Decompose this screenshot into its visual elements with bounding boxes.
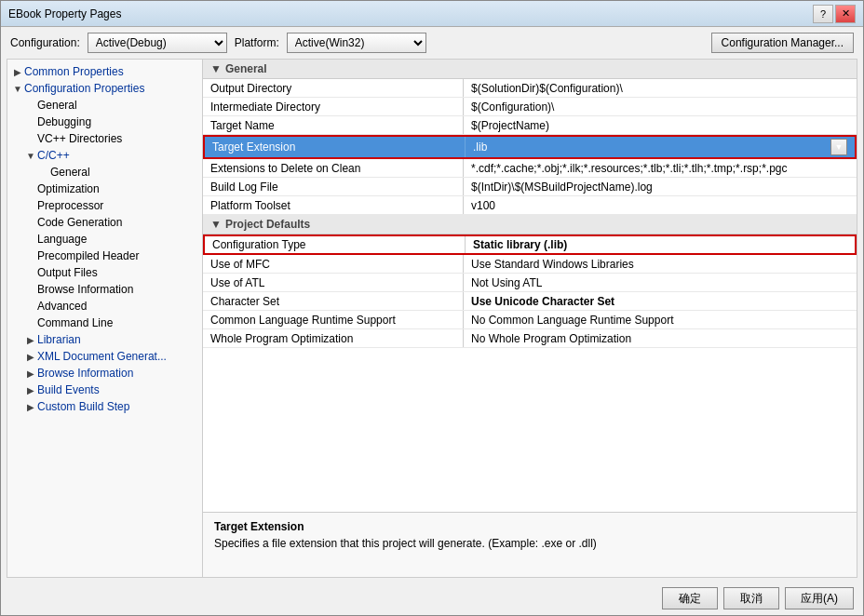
prop-row-build-log-file[interactable]: Build Log File $(IntDir)\$(MSBuildProjec… [203, 178, 857, 196]
tree-item-custom-build-step[interactable]: ▶ Custom Build Step [7, 398, 202, 415]
ok-button[interactable]: 确定 [662, 587, 718, 609]
prop-row-output-directory[interactable]: Output Directory $(SolutionDir)$(Configu… [203, 79, 857, 98]
expand-icon-xml: ▶ [24, 350, 37, 363]
tree-label-command-line: Command Line [37, 316, 113, 329]
tree-label-debugging: Debugging [37, 115, 91, 128]
close-button[interactable]: ✕ [835, 5, 856, 23]
tree-item-code-generation[interactable]: Code Generation [7, 214, 202, 231]
tree-item-browse-info-top[interactable]: ▶ Browse Information [7, 365, 202, 382]
tree-label-output-files: Output Files [37, 266, 98, 279]
tree-item-vc-directories[interactable]: VC++ Directories [7, 130, 202, 147]
description-panel: Target Extension Specifies a file extens… [203, 512, 857, 577]
prop-name-target-name: Target Name [203, 116, 464, 134]
prop-name-configuration-type: Configuration Type [205, 236, 466, 253]
prop-row-configuration-type[interactable]: Configuration Type Static library (.lib) [203, 234, 857, 255]
expand-icon-config: ▼ [11, 82, 24, 95]
left-tree-panel: ▶ Common Properties ▼ Configuration Prop… [7, 60, 203, 577]
config-label: Configuration: [10, 36, 80, 49]
prop-name-target-extension: Target Extension [205, 137, 466, 157]
prop-name-output-directory: Output Directory [203, 79, 464, 97]
prop-row-intermediate-directory[interactable]: Intermediate Directory $(Configuration)\ [203, 98, 857, 116]
tree-label-custom-build-step: Custom Build Step [37, 400, 129, 413]
prop-name-platform-toolset: Platform Toolset [203, 196, 464, 214]
tree-item-debugging[interactable]: Debugging [7, 114, 202, 130]
target-extension-dropdown[interactable]: ▼ [830, 139, 847, 155]
prop-name-clr-support: Common Language Runtime Support [203, 311, 464, 328]
prop-value-output-directory: $(SolutionDir)$(Configuration)\ [464, 79, 857, 97]
configuration-select[interactable]: Active(Debug) [88, 33, 227, 53]
prop-value-extensions-delete: *.cdf;*.cache;*.obj;*.ilk;*.resources;*.… [464, 159, 857, 177]
apply-button[interactable]: 应用(A) [785, 587, 854, 609]
cancel-button[interactable]: 取消 [723, 587, 779, 609]
tree-item-precompiled-header[interactable]: Precompiled Header [7, 248, 202, 264]
title-bar: EBook Property Pages ? ✕ [1, 1, 863, 27]
tree-item-configuration-properties[interactable]: ▼ Configuration Properties [7, 80, 202, 97]
tree-label-cpp-general: General [50, 166, 90, 179]
expand-icon-browse: ▶ [24, 367, 37, 380]
tree-item-build-events[interactable]: ▶ Build Events [7, 382, 202, 398]
tree-label-preprocessor: Preprocessor [37, 199, 103, 212]
expand-icon-build-events: ▶ [24, 383, 37, 396]
spacer-general [24, 99, 37, 112]
prop-row-use-mfc[interactable]: Use of MFC Use Standard Windows Librarie… [203, 255, 857, 274]
prop-row-extensions-delete[interactable]: Extensions to Delete on Clean *.cdf;*.ca… [203, 159, 857, 178]
tree-label-vc-directories: VC++ Directories [37, 132, 122, 145]
tree-item-optimization[interactable]: Optimization [7, 181, 202, 197]
main-content: ▶ Common Properties ▼ Configuration Prop… [7, 59, 857, 578]
prop-name-extensions-delete: Extensions to Delete on Clean [203, 159, 464, 177]
tree-item-output-files[interactable]: Output Files [7, 264, 202, 281]
prop-value-use-mfc: Use Standard Windows Libraries [464, 255, 857, 273]
title-bar-buttons: ? ✕ [813, 5, 856, 23]
tree-label-configuration-properties: Configuration Properties [24, 82, 144, 95]
tree-label-xml-document: XML Document Generat... [37, 350, 167, 363]
tree-item-browse-information[interactable]: Browse Information [7, 281, 202, 298]
general-section-label: General [225, 62, 267, 75]
expand-icon-librarian: ▶ [24, 333, 37, 346]
expand-icon-custom-build: ▶ [24, 400, 37, 413]
tree-item-cpp[interactable]: ▼ C/C++ [7, 147, 202, 164]
tree-item-language[interactable]: Language [7, 231, 202, 248]
tree-item-command-line[interactable]: Command Line [7, 315, 202, 331]
prop-value-build-log-file: $(IntDir)\$(MSBuildProjectName).log [464, 178, 857, 195]
help-button[interactable]: ? [813, 5, 833, 23]
prop-row-platform-toolset[interactable]: Platform Toolset v100 [203, 196, 857, 215]
right-panel: ▼ General Output Directory $(SolutionDir… [203, 60, 857, 577]
prop-row-use-atl[interactable]: Use of ATL Not Using ATL [203, 274, 857, 292]
prop-row-character-set[interactable]: Character Set Use Unicode Character Set [203, 292, 857, 311]
tree-label-precompiled-header: Precompiled Header [37, 249, 139, 262]
window-title: EBook Property Pages [8, 7, 121, 20]
configuration-manager-button[interactable]: Configuration Manager... [711, 33, 854, 53]
tree-label-browse-info-top: Browse Information [37, 367, 133, 380]
prop-row-clr-support[interactable]: Common Language Runtime Support No Commo… [203, 311, 857, 329]
tree-label-optimization: Optimization [37, 182, 100, 195]
tree-item-librarian[interactable]: ▶ Librarian [7, 331, 202, 348]
prop-name-build-log-file: Build Log File [203, 178, 464, 195]
tree-item-common-properties[interactable]: ▶ Common Properties [7, 63, 202, 80]
tree-label-general: General [37, 99, 77, 112]
general-section-header: ▼ General [203, 60, 857, 79]
main-window: EBook Property Pages ? ✕ Configuration: … [0, 0, 864, 616]
prop-row-whole-program-opt[interactable]: Whole Program Optimization No Whole Prog… [203, 329, 857, 348]
project-defaults-collapse-icon: ▼ [210, 218, 222, 231]
prop-value-target-name: $(ProjectName) [464, 116, 857, 134]
tree-item-preprocessor[interactable]: Preprocessor [7, 197, 202, 214]
prop-row-target-name[interactable]: Target Name $(ProjectName) [203, 116, 857, 135]
tree-item-general[interactable]: General [7, 97, 202, 114]
spacer-vc [24, 132, 37, 145]
tree-label-code-generation: Code Generation [37, 216, 122, 229]
general-section-collapse-icon: ▼ [210, 62, 222, 75]
platform-select[interactable]: Active(Win32) [287, 33, 426, 53]
platform-label: Platform: [235, 36, 279, 49]
prop-row-target-extension[interactable]: Target Extension .lib ▼ [203, 135, 857, 159]
tree-item-advanced[interactable]: Advanced [7, 298, 202, 315]
prop-value-intermediate-directory: $(Configuration)\ [464, 98, 857, 115]
tree-item-xml-document[interactable]: ▶ XML Document Generat... [7, 348, 202, 365]
bottom-bar: 确定 取消 应用(A) [1, 582, 863, 615]
config-bar: Configuration: Active(Debug) Platform: A… [1, 27, 863, 59]
tree-item-cpp-general[interactable]: General [7, 164, 202, 181]
prop-value-configuration-type: Static library (.lib) [466, 236, 855, 253]
project-defaults-section-label: Project Defaults [225, 218, 310, 231]
prop-name-intermediate-directory: Intermediate Directory [203, 98, 464, 115]
spacer-cpp-general [37, 166, 50, 179]
project-defaults-section-header: ▼ Project Defaults [203, 215, 857, 234]
